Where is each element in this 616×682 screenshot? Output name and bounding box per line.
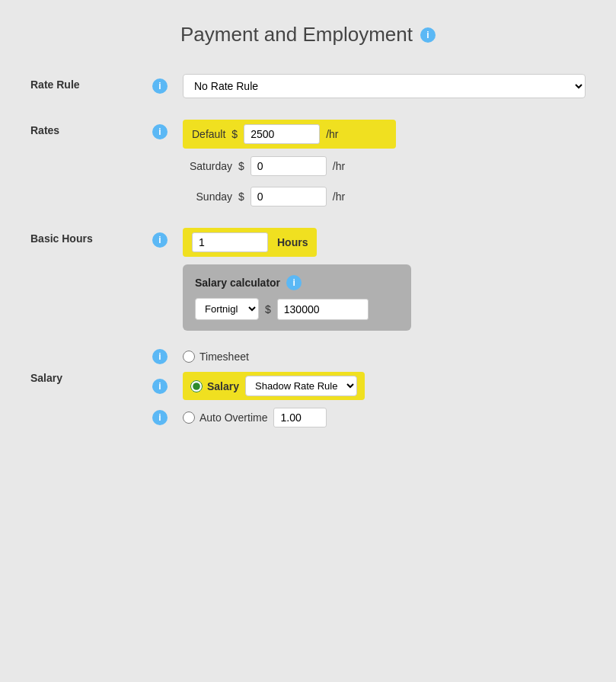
auto-overtime-item-row: i Auto Overtime <box>152 408 586 427</box>
auto-overtime-radio-label: Auto Overtime <box>199 411 267 424</box>
salary-radio-option[interactable]: Salary <box>190 380 239 392</box>
page-container: Payment and Employment i Rate Rule i No … <box>0 0 616 682</box>
sunday-dollar: $ <box>238 191 244 203</box>
salary-calculator-box: Salary calculator i Weekly Fortnigl Mont… <box>183 264 411 331</box>
salary-highlight-row: Salary Shadow Rate Rule No Shadow Rate R… <box>183 372 365 400</box>
default-rate-unit: /hr <box>326 128 338 140</box>
timesheet-radio-label: Timesheet <box>199 351 249 363</box>
salary-calc-info-icon[interactable]: i <box>286 275 302 290</box>
salary-row: Salary i Timesheet <box>30 349 586 427</box>
rate-rule-select[interactable]: No Rate Rule Rate Rule 1 Rate Rule 2 <box>183 74 586 98</box>
salary-radio-info-icon[interactable]: i <box>152 379 168 394</box>
auto-overtime-radio[interactable] <box>183 411 195 424</box>
salary-radio-label: Salary <box>207 380 239 392</box>
saturday-rate-input[interactable] <box>251 156 327 176</box>
salary-calc-title-row: Salary calculator i <box>195 275 399 290</box>
rate-rule-row: Rate Rule i No Rate Rule Rate Rule 1 Rat… <box>30 74 586 101</box>
rates-icon-col: i <box>152 120 183 139</box>
default-rate-label: Default <box>192 128 225 140</box>
salary-label: Salary <box>30 349 152 384</box>
rates-row: Rates i Default $ /hr Saturday $ /hr <box>30 120 586 210</box>
salary-radio-icon-col: i <box>152 379 183 394</box>
basic-hours-row: Basic Hours i Hours Salary calculator i <box>30 228 586 331</box>
sunday-rate-input[interactable] <box>251 187 327 207</box>
page-title-row: Payment and Employment i <box>30 23 586 46</box>
timesheet-item-row: i Timesheet <box>152 349 586 364</box>
salary-calc-title: Salary calculator <box>195 277 280 289</box>
salary-controls: i Timesheet i <box>152 349 586 427</box>
saturday-label: Saturday <box>183 160 232 172</box>
auto-overtime-input[interactable] <box>273 408 327 427</box>
rate-rule-icon-col: i <box>152 74 183 94</box>
sunday-rate-row: Sunday $ /hr <box>183 187 586 207</box>
sunday-label: Sunday <box>183 191 232 203</box>
hours-highlight-row: Hours <box>183 228 317 257</box>
saturday-rate-row: Saturday $ /hr <box>183 156 586 176</box>
auto-overtime-radio-option[interactable]: Auto Overtime <box>183 411 267 424</box>
page-title: Payment and Employment <box>180 23 413 46</box>
rate-rule-label: Rate Rule <box>30 74 152 91</box>
rates-controls: Default $ /hr Saturday $ /hr Sunday $ <box>183 120 586 210</box>
auto-overtime-row: Auto Overtime <box>183 408 327 427</box>
auto-overtime-info-icon[interactable]: i <box>152 410 168 425</box>
timesheet-icon-col: i <box>152 349 183 364</box>
rates-info-icon[interactable]: i <box>152 124 168 139</box>
saturday-dollar: $ <box>238 160 244 172</box>
saturday-unit: /hr <box>333 160 345 172</box>
basic-hours-info-icon[interactable]: i <box>152 232 168 248</box>
sunday-unit: /hr <box>333 191 345 203</box>
basic-hours-controls: Hours Salary calculator i Weekly Fortnig… <box>183 228 586 331</box>
salary-radio[interactable] <box>190 380 203 392</box>
rates-label: Rates <box>30 120 152 136</box>
salary-period-select[interactable]: Weekly Fortnigl Monthly Yearly <box>195 298 259 320</box>
hours-input[interactable] <box>192 232 268 252</box>
salary-calc-dollar: $ <box>265 303 271 315</box>
hours-unit-label: Hours <box>277 236 308 248</box>
page-title-info-icon[interactable]: i <box>420 27 436 43</box>
salary-highlight-item-row: i Salary Shadow Rate Rule No Shadow Rate… <box>152 372 586 400</box>
rate-rule-controls: No Rate Rule Rate Rule 1 Rate Rule 2 <box>183 74 586 98</box>
default-rate-dollar: $ <box>231 128 238 140</box>
timesheet-radio-row: Timesheet <box>183 351 249 363</box>
timesheet-info-icon[interactable]: i <box>152 349 168 364</box>
form-section: Rate Rule i No Rate Rule Rate Rule 1 Rat… <box>30 74 586 446</box>
basic-hours-label: Basic Hours <box>30 228 152 245</box>
default-rate-row: Default $ /hr <box>183 120 396 149</box>
auto-overtime-icon-col: i <box>152 410 183 425</box>
default-rate-input[interactable] <box>244 124 320 144</box>
timesheet-radio-option[interactable]: Timesheet <box>183 351 249 363</box>
shadow-rate-select[interactable]: Shadow Rate Rule No Shadow Rate Rate Rul… <box>245 376 357 396</box>
rate-rule-info-icon[interactable]: i <box>152 78 168 94</box>
salary-calc-inputs: Weekly Fortnigl Monthly Yearly $ <box>195 298 399 320</box>
timesheet-radio[interactable] <box>183 351 195 363</box>
basic-hours-icon-col: i <box>152 228 183 248</box>
salary-amount-input[interactable] <box>277 299 369 320</box>
